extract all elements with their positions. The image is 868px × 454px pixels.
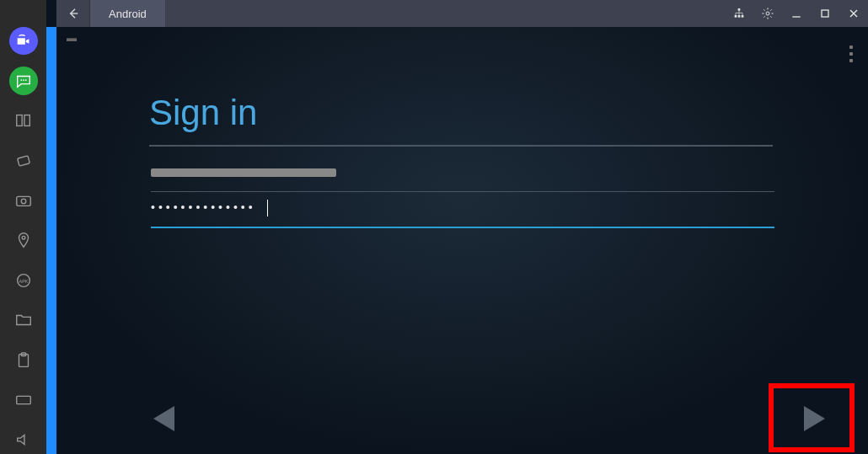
location-icon bbox=[14, 231, 33, 249]
password-input[interactable] bbox=[151, 200, 774, 217]
chat-icon bbox=[14, 72, 33, 90]
rotate-icon bbox=[14, 152, 33, 170]
sidebar-screenshot[interactable] bbox=[9, 186, 38, 214]
svg-point-2 bbox=[24, 79, 26, 81]
svg-rect-24 bbox=[822, 10, 828, 17]
minimize-icon bbox=[790, 7, 803, 20]
svg-point-22 bbox=[766, 12, 769, 15]
svg-rect-13 bbox=[16, 396, 30, 403]
svg-rect-18 bbox=[738, 8, 741, 11]
sidebar-camera-hotspot[interactable] bbox=[9, 27, 38, 55]
sidebar-keyboard[interactable] bbox=[9, 386, 38, 414]
svg-text:APK: APK bbox=[19, 279, 28, 284]
email-value-masked bbox=[151, 168, 336, 177]
network-icon bbox=[732, 7, 746, 20]
text-cursor bbox=[267, 200, 268, 216]
content-area: ▬ Sign in bbox=[56, 27, 868, 454]
keyboard-icon bbox=[14, 391, 33, 409]
svg-rect-19 bbox=[735, 15, 737, 18]
sidebar-multiwindow[interactable] bbox=[9, 107, 38, 135]
sidebar-folder[interactable] bbox=[9, 307, 38, 334]
overflow-menu[interactable] bbox=[849, 45, 853, 62]
svg-rect-20 bbox=[738, 15, 741, 18]
titlebar-minimize[interactable] bbox=[782, 0, 811, 27]
blue-strip bbox=[46, 27, 56, 454]
nav-back-button[interactable] bbox=[141, 393, 191, 444]
email-field-row[interactable] bbox=[151, 162, 774, 187]
left-sidebar: APK bbox=[0, 0, 46, 454]
svg-rect-3 bbox=[16, 115, 21, 126]
camera-icon bbox=[14, 32, 33, 51]
svg-point-0 bbox=[20, 79, 22, 81]
svg-rect-21 bbox=[742, 15, 744, 18]
svg-point-1 bbox=[23, 79, 24, 81]
password-field-row[interactable] bbox=[151, 200, 774, 227]
clipboard-icon bbox=[14, 351, 33, 370]
titlebar-spacer bbox=[165, 0, 725, 27]
titlebar-network[interactable] bbox=[725, 0, 753, 27]
heading-divider bbox=[149, 145, 773, 147]
triangle-right-icon bbox=[796, 402, 829, 435]
svg-rect-5 bbox=[17, 156, 29, 166]
apk-icon: APK bbox=[14, 271, 33, 290]
volume-icon bbox=[14, 430, 33, 449]
nav-forward-button[interactable] bbox=[787, 393, 838, 444]
maximize-icon bbox=[818, 7, 832, 20]
svg-marker-27 bbox=[153, 406, 174, 431]
svg-rect-6 bbox=[16, 197, 30, 206]
sidebar-chat[interactable] bbox=[9, 67, 38, 94]
folder-icon bbox=[14, 311, 33, 329]
sidebar-apk[interactable]: APK bbox=[9, 266, 38, 294]
titlebar-maximize[interactable] bbox=[811, 0, 839, 27]
svg-marker-28 bbox=[804, 406, 825, 431]
close-icon bbox=[847, 7, 860, 20]
gear-icon bbox=[761, 7, 774, 20]
sidebar-clipboard[interactable] bbox=[9, 346, 38, 374]
camera-outline-icon bbox=[14, 191, 33, 210]
svg-rect-4 bbox=[24, 115, 29, 126]
svg-point-7 bbox=[21, 199, 26, 204]
titlebar-settings[interactable] bbox=[753, 0, 782, 27]
titlebar-back[interactable] bbox=[56, 0, 90, 27]
sidebar-rotate[interactable] bbox=[9, 147, 38, 174]
titlebar-close[interactable] bbox=[839, 0, 868, 27]
triangle-left-icon bbox=[149, 402, 183, 435]
tab-label: Android bbox=[109, 8, 147, 20]
password-underline bbox=[151, 227, 774, 228]
sidebar-volume[interactable] bbox=[9, 426, 38, 454]
titlebar: Android bbox=[56, 0, 868, 27]
email-underline bbox=[151, 191, 774, 192]
sidebar-location[interactable] bbox=[9, 227, 38, 254]
arrow-left-icon bbox=[67, 7, 80, 20]
signin-heading: Sign in bbox=[149, 93, 257, 133]
status-battery-icon: ▬ bbox=[67, 32, 77, 44]
svg-point-8 bbox=[22, 237, 25, 240]
tab-android[interactable]: Android bbox=[90, 0, 165, 27]
multiwindow-icon bbox=[14, 111, 33, 130]
